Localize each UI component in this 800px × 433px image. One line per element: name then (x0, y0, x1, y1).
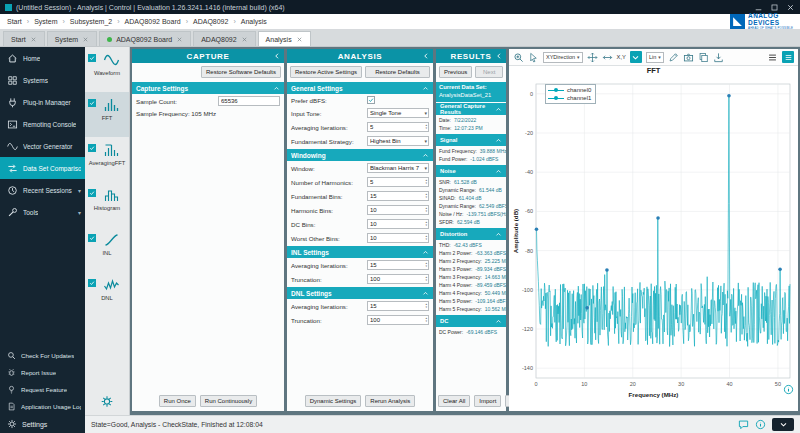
plugin-settings-gear-icon[interactable] (101, 395, 114, 408)
tab-close-icon[interactable] (241, 36, 248, 43)
tab[interactable]: Analysis (258, 31, 311, 46)
minimize-icon[interactable] (754, 3, 763, 12)
spinner-icon[interactable]: ▴▾ (425, 317, 427, 323)
sidebar-item[interactable]: Request Feature (0, 381, 85, 398)
restore-software-defaults-button[interactable]: Restore Software Defaults (201, 66, 281, 78)
field-control[interactable] (367, 96, 429, 104)
tab[interactable]: Start (3, 31, 45, 46)
sidebar-item[interactable]: Recent Sessions ▾ (0, 179, 85, 201)
collapse-panel-icon[interactable] (273, 52, 281, 60)
sidebar-item[interactable]: Vector Generator ▾ (0, 135, 85, 157)
sidebar-item[interactable]: Report Issue (0, 364, 85, 381)
plugin-checkbox[interactable] (88, 189, 96, 197)
spinner-icon[interactable]: ▴▾ (425, 193, 427, 199)
dc-section[interactable]: DC (436, 315, 506, 327)
tab-close-icon[interactable] (176, 36, 183, 43)
field-control[interactable]: Blackman Harris 7▾ (367, 163, 429, 173)
pencil-icon[interactable] (668, 52, 679, 63)
pan-icon[interactable] (587, 52, 598, 63)
distortion-section[interactable]: Distortion (436, 228, 506, 240)
breadcrumb-item[interactable]: System (22, 18, 58, 25)
run-once-button[interactable]: Run Once (159, 395, 196, 407)
cursor-icon[interactable] (528, 52, 539, 63)
rerun-analysis-button[interactable]: Rerun Analysis (365, 395, 415, 407)
run-continuously-button[interactable]: Run Continuously (200, 395, 257, 407)
noise-section[interactable]: Noise (436, 165, 506, 177)
spinner-icon[interactable]: ▴▾ (425, 179, 427, 185)
field-control[interactable]: Single Tone▾ (367, 108, 429, 118)
field-control[interactable]: 100▴▾ (367, 274, 429, 284)
field-control[interactable]: 15▴▾ (367, 260, 429, 270)
breadcrumb-item[interactable]: ADAQ8092 (181, 18, 229, 25)
legend-item[interactable]: channel0 (548, 86, 591, 94)
spinner-icon[interactable]: ▴▾ (425, 221, 427, 227)
sidebar-item[interactable]: Systems ▾ (0, 69, 85, 91)
sidebar-item[interactable]: Application Usage Logging (0, 398, 85, 415)
tab-close-icon[interactable] (30, 36, 37, 43)
spinner-icon[interactable]: ▴▾ (425, 235, 427, 241)
fft-plot[interactable]: 0-20-40-60-80-100-120-14001020304050 Amp… (509, 76, 798, 411)
camera-icon[interactable] (683, 52, 694, 63)
field-control[interactable]: 10▴▾ (367, 219, 429, 229)
dynamic-settings-button[interactable]: Dynamic Settings (305, 395, 362, 407)
field-control[interactable]: 5▴▾ (367, 122, 429, 132)
field-control[interactable]: Highest Bin▾ (367, 136, 429, 146)
close-icon[interactable] (786, 3, 795, 12)
sidebar-item[interactable]: Plug-in Manager ▾ (0, 91, 85, 113)
clear-all-button[interactable]: Clear All (438, 395, 470, 407)
legend-item[interactable]: channel1 (548, 94, 591, 102)
dnl-settings-section[interactable]: DNL Settings (287, 287, 433, 299)
breadcrumb-item[interactable]: Start (7, 18, 22, 25)
plugin-item[interactable]: Histogram (85, 182, 129, 227)
plugin-checkbox[interactable] (88, 54, 96, 62)
tab-close-icon[interactable] (296, 36, 303, 43)
plugin-checkbox[interactable] (88, 279, 96, 287)
spinner-icon[interactable]: ▴▾ (425, 124, 427, 130)
field-control[interactable]: 100▴▾ (367, 315, 429, 325)
sidebar-item[interactable]: Home ▾ (0, 47, 85, 69)
sample-count-input[interactable] (218, 96, 280, 106)
field-control[interactable]: 10▴▾ (367, 205, 429, 215)
plugin-item[interactable]: Waveform (85, 47, 129, 92)
import-button[interactable]: Import (474, 395, 501, 407)
breadcrumb-item[interactable]: ADAQ8092 Board (112, 18, 180, 25)
chart-menu-icon[interactable] (767, 52, 778, 63)
tab-close-icon[interactable] (82, 36, 89, 43)
maximize-icon[interactable] (770, 3, 779, 12)
lin-scale-select[interactable]: Lin ▾ (646, 52, 664, 63)
chart-panel-toggle-icon[interactable] (782, 51, 794, 63)
axis-mode-icon[interactable] (630, 51, 642, 63)
info-icon[interactable] (783, 384, 794, 395)
export-chart-icon[interactable] (713, 52, 724, 63)
next-button[interactable]: Next (475, 66, 503, 78)
feedback-chat-icon[interactable] (738, 419, 749, 430)
plugin-checkbox[interactable] (88, 234, 96, 242)
sidebar-item[interactable]: Check For Updates (0, 347, 85, 364)
capture-settings-section[interactable]: Capture Settings (132, 82, 284, 94)
collapse-panel-icon[interactable] (422, 52, 430, 60)
tab[interactable]: ADAQ8092 (193, 31, 255, 46)
field-control[interactable]: 15▴▾ (367, 191, 429, 201)
plugin-item[interactable]: FFT (85, 92, 129, 137)
horizontal-arrows-icon[interactable] (602, 52, 613, 63)
general-capture-results-section[interactable]: General Capture Results (436, 103, 506, 115)
inl-settings-section[interactable]: INL Settings (287, 246, 433, 258)
restore-active-settings-button[interactable]: Restore Active Settings (290, 66, 362, 78)
tab[interactable]: ADAQ8092 Board (99, 31, 191, 46)
plugin-item[interactable]: AveragingFFT (85, 137, 129, 182)
signal-section[interactable]: Signal (436, 134, 506, 146)
collapse-panel-icon[interactable] (495, 52, 503, 60)
plugin-checkbox[interactable] (88, 144, 96, 152)
status-expand-button[interactable] (772, 418, 794, 431)
plugin-checkbox[interactable] (88, 99, 96, 107)
status-info-icon[interactable] (755, 419, 766, 430)
spinner-icon[interactable]: ▴▾ (425, 303, 427, 309)
field-checkbox[interactable] (367, 96, 375, 104)
general-settings-section[interactable]: General Settings (287, 82, 433, 94)
xy-direction-select[interactable]: XYDirection ▾ (543, 52, 583, 63)
breadcrumb-item[interactable]: Analysis (228, 18, 266, 25)
plugin-item[interactable]: DNL (85, 272, 129, 317)
windowing-section[interactable]: Windowing (287, 149, 433, 161)
tab[interactable]: System (47, 31, 97, 46)
plugin-item[interactable]: INL (85, 227, 129, 272)
